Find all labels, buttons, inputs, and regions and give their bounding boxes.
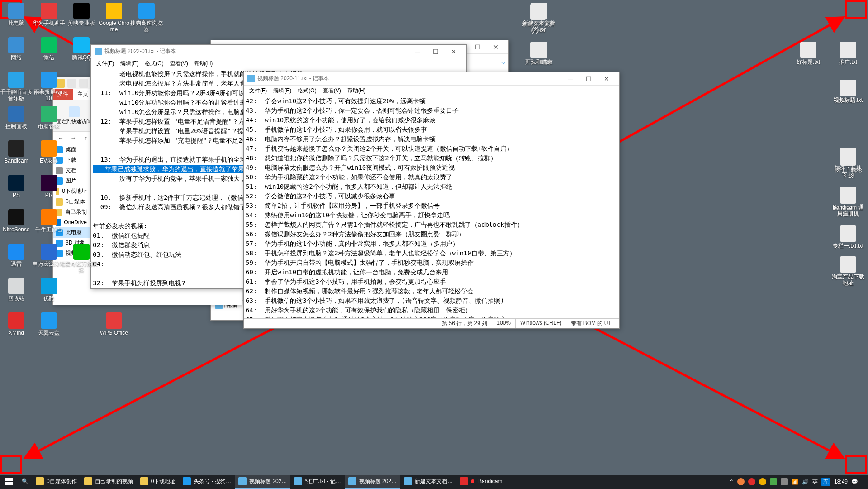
- desktop-icon[interactable]: 剪映专业版: [65, 3, 98, 26]
- clock[interactable]: 18:49: [834, 479, 848, 485]
- desktop-icon[interactable]: 回收站: [0, 278, 33, 302]
- desktop-icon[interactable]: 软件下载地下.txt: [832, 148, 864, 178]
- desktop-icon[interactable]: 微信: [33, 37, 65, 61]
- tray-icon[interactable]: [737, 478, 745, 485]
- desktop-icon[interactable]: 此电脑: [0, 3, 33, 26]
- close-button[interactable]: ✕: [445, 45, 463, 58]
- titlebar[interactable]: 视频标题 2020-11.txt - 记事本 ─ ☐ ✕: [244, 72, 619, 86]
- taskbar-item[interactable]: 自己录制的视频: [81, 475, 137, 489]
- desktop-icon[interactable]: 好标题.txt: [792, 42, 825, 65]
- volume-icon[interactable]: 🔊: [802, 479, 809, 485]
- taskbar-item[interactable]: 0自媒体创作: [32, 475, 81, 489]
- desktop-icon[interactable]: 申万宏源终端: [33, 244, 65, 267]
- cursor-position: 第 56 行，第 29 列: [437, 319, 492, 328]
- tray-icon[interactable]: [759, 478, 766, 485]
- desktop-icon[interactable]: 控制面板: [0, 106, 33, 129]
- maximize-button[interactable]: ☐: [469, 41, 487, 53]
- qat-button[interactable]: [79, 79, 88, 88]
- help-icon[interactable]: ?: [501, 60, 505, 67]
- desktop-icon[interactable]: 淘宝产品下载地址: [832, 256, 864, 287]
- show-desktop[interactable]: [862, 475, 864, 489]
- minimize-button[interactable]: ─: [561, 72, 579, 85]
- line-ending: Windows (CRLF): [515, 319, 566, 328]
- desktop-icon[interactable]: Bandicam: [0, 140, 33, 164]
- desktop-icon[interactable]: 迅雷: [0, 244, 33, 267]
- menu-item[interactable]: 帮助(H): [192, 59, 216, 68]
- menu-item[interactable]: 查看(V): [167, 59, 191, 68]
- desktop-icon[interactable]: Bandicam 通用注册机: [832, 187, 864, 217]
- desktop-icon[interactable]: PR: [33, 175, 65, 198]
- network-icon[interactable]: 📶: [792, 479, 798, 485]
- taskbar-item[interactable]: 视频标题 202…: [345, 475, 400, 489]
- tray-icon[interactable]: [748, 478, 755, 485]
- close-button[interactable]: ✕: [598, 72, 616, 85]
- icon-label: 电脑管家: [33, 123, 65, 129]
- desktop-icon[interactable]: 专栏一.txt.txt: [832, 225, 864, 249]
- icon-label: 腾讯QQ: [65, 54, 98, 61]
- taskbar-item[interactable]: 头条号 - 搜狗…: [179, 475, 235, 489]
- sidebar-item[interactable]: 文档: [53, 165, 90, 176]
- desktop-icon[interactable]: 腾讯QQ: [65, 37, 98, 61]
- desktop-icon[interactable]: Google Chrome: [98, 3, 130, 33]
- menu-item[interactable]: 编辑(E): [270, 86, 294, 96]
- system-tray[interactable]: ⌃ 📶 🔊 英 五 18:49 💬: [729, 475, 868, 489]
- desktop-icon[interactable]: 推广.txt: [832, 42, 864, 65]
- menu-item[interactable]: 帮助(H): [345, 86, 369, 96]
- maximize-button[interactable]: ☐: [427, 45, 445, 58]
- desktop-icon[interactable]: 网络: [0, 37, 33, 61]
- taskbar-item[interactable]: *推广.txt - 记…: [290, 475, 344, 489]
- taskbar-item[interactable]: 新建文本文档…: [400, 475, 456, 489]
- ime-indicator[interactable]: 英: [812, 478, 818, 486]
- start-button[interactable]: [0, 475, 18, 489]
- notepad-window-2020[interactable]: 视频标题 2020-11.txt - 记事本 ─ ☐ ✕ 文件(F)编辑(E)格…: [243, 72, 620, 329]
- close-button[interactable]: ✕: [487, 41, 505, 53]
- tray-icon[interactable]: [781, 478, 788, 485]
- app-icon: [73, 3, 90, 19]
- tray-icon[interactable]: [770, 478, 777, 485]
- maximize-button[interactable]: ☐: [579, 72, 598, 85]
- desktop-icon[interactable]: 千千静听百度音乐版: [0, 72, 33, 102]
- menu-item[interactable]: 格式(O): [295, 86, 319, 96]
- forward-button[interactable]: →: [68, 133, 78, 143]
- desktop-icon[interactable]: WPS Office: [98, 312, 130, 336]
- desktop-icon[interactable]: 华为手机助手: [33, 3, 65, 26]
- desktop-icon[interactable]: 雨燕投屏win10: [33, 72, 65, 102]
- desktop-icon[interactable]: 爱奇艺万能联播: [65, 244, 98, 274]
- menubar[interactable]: 文件(F)编辑(E)格式(O)查看(V)帮助(H): [91, 58, 466, 68]
- titlebar[interactable]: 视频标题 2022-01.txt - 记事本 ─ ☐ ✕: [91, 45, 466, 58]
- taskbar[interactable]: 🔍 0自媒体创作自己录制的视频0下载地址头条号 - 搜狗…视频标题 202…*推…: [0, 475, 868, 489]
- ime-indicator[interactable]: 五: [821, 478, 830, 486]
- desktop-icon[interactable]: 电脑管家: [33, 106, 65, 129]
- menu-item[interactable]: 查看(V): [320, 86, 344, 96]
- taskbar-item[interactable]: Bandicam: [456, 475, 506, 489]
- desktop-icon[interactable]: PS: [0, 175, 33, 198]
- svg-rect-4: [5, 478, 9, 481]
- desktop-icon[interactable]: NitroSense: [0, 209, 33, 233]
- desktop-icon[interactable]: XMind: [0, 312, 33, 336]
- app-icon: [294, 477, 302, 485]
- desktop-icon[interactable]: 新建文本文档 (2).txt: [523, 3, 555, 33]
- minimize-button[interactable]: ─: [408, 45, 427, 58]
- tab-home[interactable]: 主页: [73, 89, 93, 100]
- taskbar-item[interactable]: 0下载地址: [137, 475, 180, 489]
- text-area[interactable]: 42: 学会win10这2个小技巧，可有效提升速度20%，远离卡顿 43: 华为…: [244, 96, 619, 318]
- desktop-icon[interactable]: 优酷: [33, 278, 65, 302]
- desktop-icon[interactable]: EV录屏: [33, 140, 65, 164]
- app-icon: [404, 477, 412, 485]
- search-button[interactable]: 🔍: [18, 475, 32, 489]
- menu-item[interactable]: 文件(F): [247, 86, 270, 96]
- menubar[interactable]: 文件(F)编辑(E)格式(O)查看(V)帮助(H): [244, 86, 619, 96]
- action-center-icon[interactable]: 💬: [851, 479, 858, 485]
- taskbar-item[interactable]: 视频标题 202…: [235, 475, 290, 489]
- up-button[interactable]: ↑: [81, 133, 91, 143]
- menu-item[interactable]: 格式(O): [142, 59, 166, 68]
- qat-button[interactable]: [67, 79, 76, 88]
- icon-label: 视频标题.txt: [832, 97, 864, 103]
- tray-chevron-icon[interactable]: ⌃: [729, 479, 734, 485]
- desktop-icon[interactable]: 视频标题.txt: [832, 80, 864, 103]
- desktop-icon[interactable]: 开头和结束: [523, 42, 555, 65]
- desktop-icon[interactable]: 千牛工作台: [33, 209, 65, 233]
- menu-item[interactable]: 编辑(E): [118, 59, 141, 68]
- desktop-icon[interactable]: 天翼云盘: [33, 312, 65, 336]
- desktop-icon[interactable]: 搜狗高速浏览器: [130, 3, 163, 33]
